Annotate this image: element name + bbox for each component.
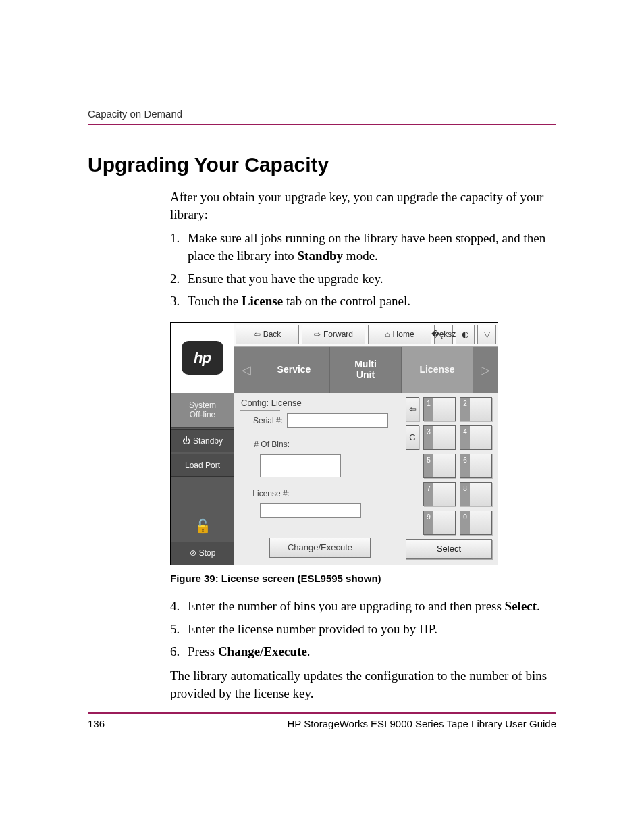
serial-label: Serial #: bbox=[240, 415, 283, 426]
stop-button[interactable]: ⊘ Stop bbox=[171, 542, 234, 565]
screenshot-panel: hp ⇦ Back ⇨ Forward bbox=[170, 322, 498, 565]
keypad-9[interactable]: 9 bbox=[423, 511, 456, 535]
key-label: 3 bbox=[424, 426, 433, 449]
license-label: License #: bbox=[240, 488, 290, 499]
step-text-bold: Select bbox=[505, 599, 537, 613]
brightness-down-icon: ▽ bbox=[484, 329, 490, 340]
contrast-icon: ◐ bbox=[462, 329, 468, 340]
keypad-1[interactable]: 1 bbox=[423, 397, 456, 421]
load-port-button[interactable]: Load Port bbox=[171, 454, 234, 477]
unlock-icon: 🔓 bbox=[194, 517, 211, 536]
keypad-0[interactable]: 0 bbox=[460, 511, 492, 535]
key-label: 9 bbox=[424, 511, 433, 534]
step-text: Make sure all jobs running on the librar… bbox=[188, 230, 556, 264]
brightness-up-icon: �ększ bbox=[431, 329, 456, 340]
key-label: 5 bbox=[424, 454, 433, 477]
contrast-button[interactable]: ◐ bbox=[456, 325, 475, 344]
step-text-post: tab on the control panel. bbox=[283, 294, 410, 308]
back-button[interactable]: ⇦ Back bbox=[236, 325, 299, 344]
status-line2: Off-line bbox=[190, 410, 215, 419]
power-icon: ⏻ bbox=[182, 436, 190, 446]
key-label: 7 bbox=[424, 483, 433, 506]
standby-label: Standby bbox=[193, 436, 223, 446]
step-text-pre: Enter the number of bins you are upgradi… bbox=[188, 599, 505, 613]
keypad-7[interactable]: 7 bbox=[423, 482, 456, 506]
tab-license[interactable]: License bbox=[402, 347, 473, 393]
tab-bar: ◁ Service Multi Unit License ▷ bbox=[234, 347, 498, 393]
step-item: 5. Enter the license number provided to … bbox=[170, 621, 556, 638]
forward-label: Forward bbox=[323, 329, 353, 340]
tab-service[interactable]: Service bbox=[259, 347, 330, 393]
back-label: Back bbox=[263, 329, 281, 340]
key-label: 8 bbox=[460, 483, 470, 506]
steps-list-a: 1. Make sure all jobs running on the lib… bbox=[170, 230, 556, 310]
step-number: 6. bbox=[170, 643, 188, 660]
brightness-down-button[interactable]: ▽ bbox=[477, 325, 496, 344]
keypad-backspace[interactable]: ⇦ bbox=[406, 397, 419, 421]
intro-paragraph: After you obtain your upgrade key, you c… bbox=[170, 188, 556, 223]
step-item: 2. Ensure that you have the upgrade key. bbox=[170, 270, 556, 288]
license-form: Config: License Serial #: # Of Bins: bbox=[240, 397, 400, 559]
key-label: 6 bbox=[460, 454, 470, 477]
step-text-pre: Touch the bbox=[188, 294, 242, 308]
keypad-2[interactable]: 2 bbox=[460, 397, 492, 421]
config-title: Config: License bbox=[240, 397, 400, 409]
step-text-post: . bbox=[537, 599, 540, 613]
figure-caption: Figure 39: License screen (ESL9595 shown… bbox=[170, 572, 556, 585]
step-text: Ensure that you have the upgrade key. bbox=[188, 270, 556, 288]
closing-paragraph: The library automatically updates the co… bbox=[170, 667, 556, 702]
keypad: ⇦ 1 2 C 3 4 5 bbox=[406, 397, 492, 559]
step-text: Touch the License tab on the control pan… bbox=[188, 292, 556, 310]
serial-input[interactable] bbox=[287, 413, 388, 428]
bins-input[interactable] bbox=[260, 454, 341, 477]
keypad-6[interactable]: 6 bbox=[460, 454, 492, 478]
home-button[interactable]: ⌂ Home bbox=[368, 325, 431, 344]
standby-button[interactable]: ⏻ Standby bbox=[171, 429, 234, 452]
tab-scroll-right[interactable]: ▷ bbox=[473, 347, 498, 393]
step-text-pre: Press bbox=[188, 644, 218, 658]
keypad-clear[interactable]: C bbox=[406, 425, 419, 450]
toolbar: ⇦ Back ⇨ Forward ⌂ Home bbox=[234, 323, 498, 347]
change-execute-button[interactable]: Change/Execute bbox=[269, 538, 371, 558]
page-footer: 136 HP StorageWorks ESL9000 Series Tape … bbox=[88, 712, 556, 729]
step-text: Press Change/Execute. bbox=[188, 643, 556, 660]
key-label: 2 bbox=[460, 398, 470, 421]
home-icon: ⌂ bbox=[385, 329, 390, 340]
keypad-3[interactable]: 3 bbox=[423, 425, 456, 450]
step-text-pre: Ensure that you have the upgrade key. bbox=[188, 271, 383, 286]
unlock-indicator: 🔓 bbox=[171, 512, 234, 542]
bins-label: # Of Bins: bbox=[240, 439, 290, 450]
home-label: Home bbox=[393, 329, 414, 340]
step-item: 3. Touch the License tab on the control … bbox=[170, 292, 556, 310]
backspace-icon: ⇦ bbox=[406, 398, 419, 421]
tab-scroll-left[interactable]: ◁ bbox=[234, 347, 259, 393]
step-text-post: . bbox=[307, 644, 311, 658]
step-item: 1. Make sure all jobs running on the lib… bbox=[170, 230, 556, 264]
step-number: 2. bbox=[170, 270, 188, 288]
status-line1: System bbox=[189, 400, 216, 410]
page-number: 136 bbox=[88, 718, 105, 729]
select-button[interactable]: Select bbox=[406, 539, 492, 559]
step-number: 5. bbox=[170, 621, 188, 638]
step-text: Enter the license number provided to you… bbox=[188, 621, 556, 638]
tab-multi-unit[interactable]: Multi Unit bbox=[330, 347, 402, 393]
hp-logo: hp bbox=[182, 341, 223, 375]
step-item: 6. Press Change/Execute. bbox=[170, 643, 556, 660]
keypad-5[interactable]: 5 bbox=[423, 454, 456, 478]
forward-button[interactable]: ⇨ Forward bbox=[302, 325, 365, 344]
brightness-up-button[interactable]: �ększ bbox=[434, 325, 453, 344]
stop-icon: ⊘ bbox=[190, 548, 196, 558]
load-port-label: Load Port bbox=[185, 460, 220, 471]
stop-label: Stop bbox=[199, 548, 216, 558]
steps-list-b: 4. Enter the number of bins you are upgr… bbox=[170, 598, 556, 660]
step-text-bold: License bbox=[242, 294, 283, 308]
step-number: 4. bbox=[170, 598, 188, 615]
step-text-bold: Standby bbox=[298, 249, 344, 263]
step-number: 3. bbox=[170, 292, 188, 310]
license-input[interactable] bbox=[260, 503, 361, 518]
page-title: Upgrading Your Capacity bbox=[88, 153, 556, 176]
keypad-8[interactable]: 8 bbox=[460, 482, 492, 506]
keypad-4[interactable]: 4 bbox=[460, 425, 492, 450]
running-head: Capacity on Demand bbox=[88, 108, 556, 125]
key-label: 1 bbox=[424, 398, 433, 421]
